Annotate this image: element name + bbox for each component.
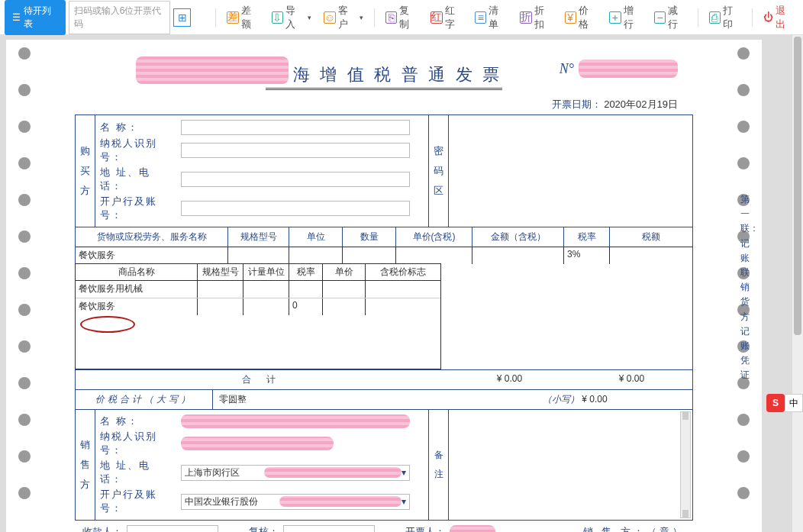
buyer-taxno-label: 纳税人识别号： [100,137,176,164]
jianhang-label: 减行 [668,4,686,31]
kaipiao-group: 开票人： [405,525,495,532]
tuichu-button[interactable]: ⏻退出 [759,1,798,34]
redacted-number [579,60,678,78]
separator [215,8,216,27]
total-amount: ¥ 0.00 [448,370,570,389]
buyer-name-label: 名 称： [100,121,176,134]
xiaoxie-value: ¥ 0.00 [582,394,607,405]
jiage-button[interactable]: ¥价格 [560,1,602,34]
remark-scrollbar[interactable] [680,411,691,518]
seller-block: 销售方 名 称： 纳税人识别号： 地 址、电 话： 上海市闵行区▾ 开户行及账号… [76,409,692,520]
dropdown-item[interactable]: 餐饮服务用机械 [76,281,440,298]
fuzhi-button[interactable]: ⎘复制 [381,1,423,34]
vertical-scrollbar[interactable] [792,35,803,532]
list-icon: ≡ [475,11,486,24]
ime-zhong-icon: 中 [785,394,803,412]
chae-button[interactable]: 差差额 [222,1,264,34]
col-qty: 数量 [343,227,396,247]
ime-indicator[interactable]: S 中 [766,394,803,412]
entry-unit[interactable] [289,247,343,264]
jianhang-button[interactable]: −减行 [650,1,692,34]
chae-icon: 差 [227,11,239,24]
dayin-label: 打印 [723,4,741,31]
entry-spec[interactable] [228,247,289,264]
sh-rate: 税率 [289,264,323,280]
zenghang-button[interactable]: +增行 [605,1,647,34]
shoukuan-input[interactable] [127,525,218,532]
search-placeholder: 扫码或输入6位开票代码 [74,5,165,31]
seller-addr-dropdown[interactable]: 上海市闵行区▾ [181,465,410,481]
kehu-button[interactable]: ☺客户▾ [319,1,368,34]
seller-bank-label: 开户行及账号： [100,488,176,515]
sh-name: 商品名称 [76,264,198,280]
buyer-bank-input[interactable] [181,201,410,216]
buyer-vlabel: 购买方 [76,115,95,227]
buyer-addr-input[interactable] [181,172,410,187]
invoice-form: 购买方 名 称： 纳税人识别号： 地 址、电 话： 开户行及账号： 密码区 货物… [75,114,693,521]
sh-taxflag: 含税价标志 [366,264,440,280]
footer-row: 收款人： 复核： 开票人： 销 售 方：（章） [75,521,693,532]
dropdown-list: 餐饮服务用机械 餐饮服务 0 [76,281,440,369]
col-rate: 税率 [564,227,610,247]
redacted-seller-name [181,414,410,428]
buyer-taxno-input[interactable] [181,143,410,158]
chevron-down-icon: ▾ [308,14,311,21]
fuhe-group: 复核： [249,525,375,532]
remark-vlabel: 备注 [428,410,448,520]
hongzi-icon: 红 [431,11,443,24]
dayin-button[interactable]: ⎙打印 [705,1,747,34]
xiaoxie-label: （小写） [543,394,579,405]
seller-bank-dropdown[interactable]: 中国农业银行股份▾ [181,494,410,510]
search-input[interactable]: 扫码或输入6位开票代码 [69,1,170,34]
zhekou-button[interactable]: 折折扣 [515,1,557,34]
buyer-fields: 名 称： 纳税人识别号： 地 址、电 话： 开户行及账号： [95,115,428,227]
print-icon: ⎙ [709,11,721,24]
remark-box[interactable] [448,410,692,520]
pending-list-button[interactable]: ☰ 待开列表 [5,0,66,35]
goods-dropdown[interactable]: 商品名称 规格型号 计量单位 税率 单价 含税价标志 餐饮服务用机械 [75,263,441,369]
entry-row[interactable]: 餐饮服务 3% [76,247,692,264]
buyer-block: 购买方 名 称： 纳税人识别号： 地 址、电 话： 开户行及账号： 密码区 [76,115,692,227]
red-circle-annotation [80,316,135,333]
invoice-number: N° [560,60,678,78]
kaipiao-label: 开票人： [405,525,445,532]
col-unit: 单位 [289,227,343,247]
entry-rate[interactable]: 3% [564,247,610,264]
chevron-down-icon: ▾ [402,467,406,478]
dropdown-item[interactable]: 餐饮服务 0 [76,298,440,315]
entry-tax[interactable] [610,247,692,264]
qingdan-button[interactable]: ≡清单 [470,1,512,34]
hongzi-button[interactable]: 红红字 [426,1,468,34]
buyer-name-input[interactable] [181,120,410,135]
daoru-label: 导入 [285,4,304,31]
entry-name[interactable]: 餐饮服务 [76,247,228,264]
redacted-seller-taxno [181,437,334,450]
daoru-button[interactable]: ⇩导入▾ [267,1,316,34]
seller-taxno-label: 纳税人识别号： [100,430,176,457]
fuhe-input[interactable] [283,525,375,532]
entry-price[interactable] [396,247,472,264]
perforation-left [9,47,40,532]
entry-amount[interactable] [472,247,564,264]
sh-unit: 计量单位 [243,264,289,280]
redacted-kaipiao [450,525,495,532]
shoukuan-label: 收款人： [82,525,122,532]
fuhe-label: 复核： [249,525,279,532]
entry-qty[interactable] [343,247,396,264]
list-icon: ☰ [12,12,21,23]
col-amount: 金额（含税） [472,227,564,247]
exit-icon: ⏻ [763,11,773,23]
cipher-box [448,115,692,227]
sh-spec: 规格型号 [198,264,243,280]
toolbar: ☰ 待开列表 扫码或输入6位开票代码 ⊞ 差差额 ⇩导入▾ ☺客户▾ ⎘复制 红… [0,0,803,35]
seller-addr-value: 上海市闵行区 [185,466,264,479]
customer-icon: ☺ [324,11,336,24]
cipher-vlabel: 密码区 [428,115,448,227]
redacted [279,496,402,507]
addrow-icon: + [609,11,621,24]
item-name: 餐饮服务用机械 [76,281,198,298]
total-row: 合 计 ¥ 0.00 ¥ 0.00 [76,369,692,389]
qr-icon[interactable]: ⊞ [173,8,191,27]
chevron-down-icon: ▾ [360,14,363,21]
ime-s-icon: S [766,394,785,412]
